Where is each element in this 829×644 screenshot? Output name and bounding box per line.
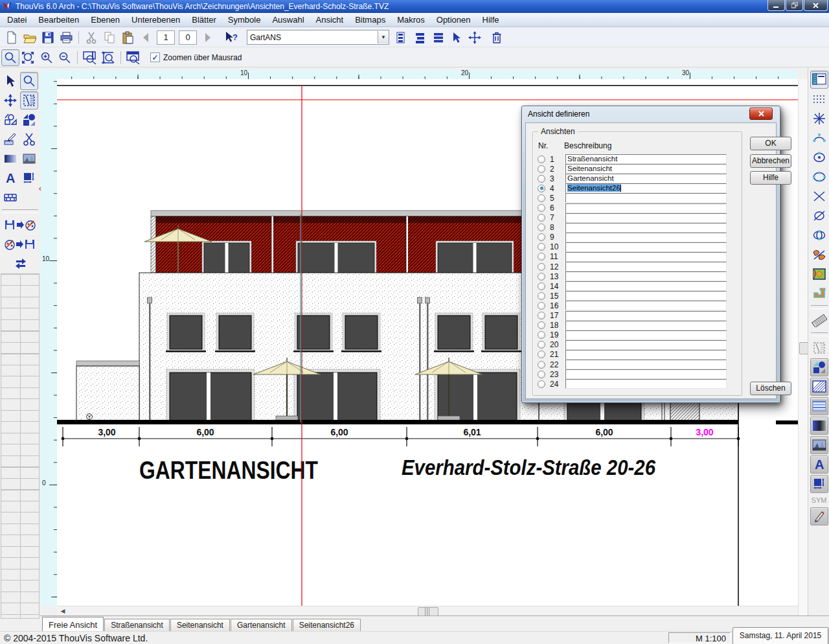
sublevel-number-field[interactable]: 0 bbox=[179, 30, 197, 45]
description-field[interactable] bbox=[565, 369, 727, 379]
menu-item[interactable]: Auswahl bbox=[266, 14, 310, 26]
circle-center-tool[interactable] bbox=[810, 148, 828, 167]
view-tab[interactable]: Freie Ansicht bbox=[42, 617, 104, 632]
next-page-button[interactable] bbox=[199, 29, 217, 46]
radio-button[interactable] bbox=[538, 214, 545, 222]
radio-button[interactable] bbox=[538, 263, 545, 271]
resize-tool[interactable] bbox=[20, 169, 38, 187]
arc-tool[interactable] bbox=[810, 129, 828, 147]
menu-item[interactable]: Optionen bbox=[431, 14, 477, 26]
radio-button[interactable] bbox=[538, 165, 545, 173]
description-field[interactable] bbox=[565, 271, 727, 281]
bitmap-tool[interactable] bbox=[20, 150, 38, 168]
radio-button[interactable] bbox=[538, 175, 545, 183]
radio-button[interactable] bbox=[538, 253, 545, 260]
layer-list-button[interactable] bbox=[393, 29, 411, 46]
line-pattern-button[interactable] bbox=[810, 397, 828, 415]
outline-tool[interactable] bbox=[810, 284, 828, 303]
description-field[interactable] bbox=[565, 252, 727, 262]
minimize-button[interactable] bbox=[767, 0, 785, 11]
vertical-scrollbar[interactable] bbox=[798, 79, 808, 615]
description-field[interactable]: Seitenansicht bbox=[565, 164, 727, 174]
description-field[interactable] bbox=[565, 311, 727, 321]
radio-button[interactable] bbox=[538, 361, 545, 369]
resize-mode-button[interactable] bbox=[810, 475, 828, 493]
delete-button[interactable] bbox=[488, 29, 506, 46]
new-file-button[interactable] bbox=[3, 29, 21, 46]
filled-shapes-tool[interactable] bbox=[20, 111, 38, 129]
description-field[interactable] bbox=[565, 233, 727, 242]
text-mode-button[interactable]: A bbox=[810, 455, 828, 474]
description-field[interactable] bbox=[565, 281, 727, 291]
description-field[interactable]: Straßenansicht bbox=[565, 154, 727, 164]
fill-mode-button[interactable] bbox=[810, 358, 828, 376]
delete-point-tool[interactable] bbox=[810, 187, 828, 205]
zoom-tool[interactable] bbox=[20, 72, 38, 90]
description-field[interactable] bbox=[565, 291, 727, 301]
cut-button[interactable] bbox=[82, 29, 100, 46]
view-tab[interactable]: Straßenansicht bbox=[104, 619, 170, 631]
copy-button[interactable] bbox=[100, 29, 119, 46]
description-field[interactable] bbox=[565, 242, 727, 252]
zoom-extents-button[interactable] bbox=[19, 49, 38, 66]
swap-button[interactable] bbox=[13, 255, 28, 273]
menu-item[interactable]: Ebenen bbox=[85, 14, 126, 26]
radio-button[interactable] bbox=[538, 312, 545, 319]
diameter-tool[interactable] bbox=[810, 207, 828, 225]
select-tool-button[interactable] bbox=[448, 29, 466, 46]
keyboard-input-tool[interactable] bbox=[810, 312, 828, 330]
snap-star-tool[interactable] bbox=[810, 109, 828, 128]
radio-button[interactable] bbox=[538, 155, 545, 163]
description-field[interactable] bbox=[565, 301, 727, 310]
horizontal-ruler[interactable]: 10 20 30 bbox=[57, 70, 798, 80]
radio-button[interactable] bbox=[538, 380, 545, 388]
define-view-dialog[interactable]: Ansicht definieren Ansichten Nr. Beschre… bbox=[521, 106, 780, 403]
dialog-close-button[interactable] bbox=[749, 108, 773, 120]
horizontal-scrollbar[interactable]: ◀ bbox=[57, 606, 798, 615]
description-field[interactable]: Seitenansicht26 bbox=[565, 183, 727, 193]
view-tab[interactable]: Seitenansicht bbox=[170, 619, 230, 631]
radio-button[interactable] bbox=[538, 273, 545, 281]
print-button[interactable] bbox=[57, 29, 75, 46]
radio-button[interactable] bbox=[538, 292, 545, 300]
draw-shapes-tool[interactable] bbox=[1, 111, 19, 129]
menu-item[interactable]: Symbole bbox=[222, 14, 267, 26]
pen-tool-button[interactable] bbox=[810, 507, 828, 525]
swatch-grid[interactable] bbox=[1, 273, 40, 619]
menu-item[interactable]: Datei bbox=[1, 14, 32, 26]
description-field[interactable] bbox=[565, 340, 727, 350]
zoom-window-button[interactable] bbox=[124, 49, 142, 66]
help-button[interactable]: Hilfe bbox=[750, 171, 791, 185]
select-tool[interactable] bbox=[1, 72, 19, 90]
symbol-window-tool[interactable] bbox=[810, 71, 828, 89]
radio-button[interactable] bbox=[538, 194, 545, 202]
contour-tool[interactable] bbox=[810, 226, 828, 244]
hatch-mode-button[interactable] bbox=[810, 378, 828, 396]
menu-item[interactable]: Blätter bbox=[186, 14, 222, 26]
open-file-button[interactable] bbox=[21, 29, 39, 46]
dialog-title[interactable]: Ansicht definieren bbox=[522, 106, 780, 122]
measure-tool[interactable] bbox=[1, 130, 19, 148]
gradient-mode-button[interactable] bbox=[810, 417, 828, 435]
menu-item[interactable]: Hilfe bbox=[477, 14, 505, 26]
save-button[interactable] bbox=[39, 29, 57, 46]
vertical-scroll-thumb[interactable] bbox=[799, 342, 808, 354]
move-view-button[interactable] bbox=[466, 29, 484, 46]
save-to-bitmap-button[interactable] bbox=[1, 216, 38, 234]
gradient-fill-tool[interactable] bbox=[1, 150, 19, 168]
leaf-shapes-tool[interactable] bbox=[810, 246, 828, 264]
radio-button[interactable] bbox=[538, 321, 545, 329]
description-field[interactable] bbox=[565, 330, 727, 340]
view-tab[interactable]: Seitenansicht26 bbox=[293, 619, 361, 631]
description-field[interactable] bbox=[565, 193, 727, 203]
horizontal-scroll-thumb[interactable] bbox=[418, 607, 438, 616]
cancel-button[interactable]: Abbrechen bbox=[750, 154, 791, 168]
description-field[interactable] bbox=[565, 321, 727, 330]
cut-tool[interactable] bbox=[20, 130, 38, 148]
title-bar[interactable]: ThouVis 6.0 Arch - C:\ThouVis Software\T… bbox=[0, 0, 829, 13]
pan-tool[interactable] bbox=[1, 91, 19, 109]
description-field[interactable]: Gartenansicht bbox=[565, 174, 727, 183]
radio-button[interactable] bbox=[538, 331, 545, 339]
zoom-height-button[interactable] bbox=[99, 49, 117, 66]
vertical-ruler[interactable]: 10 0 ‹ bbox=[40, 79, 57, 606]
